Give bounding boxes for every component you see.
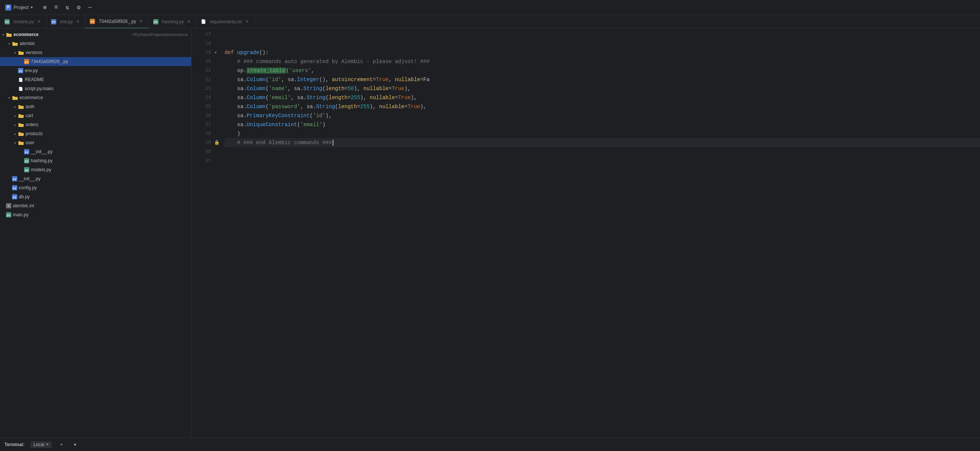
sidebar-label-versions: versions	[25, 50, 188, 55]
project-button[interactable]: P Project ▾	[3, 3, 35, 12]
sidebar-item-ecommerce-root[interactable]: ecommerce ~/PycharmProjects/ecommerce	[0, 30, 191, 39]
toolbar-list[interactable]: ≡	[51, 2, 61, 13]
toolbar-settings[interactable]: ⚙	[73, 2, 84, 13]
toolbar-minimize[interactable]: —	[84, 2, 95, 13]
tab-label-requirements: requirements.txt	[210, 19, 242, 24]
tab-close-models[interactable]: ✕	[37, 19, 42, 24]
sidebar-item-ecommerce-init[interactable]: py __init__.py	[0, 174, 191, 183]
ln-28: 28	[194, 129, 211, 138]
sidebar-item-products[interactable]: products	[0, 129, 191, 138]
leaf-spacer	[12, 68, 18, 73]
line-numbers: 17 18 19 20 21 22 23 24 25 26 27 28 29 3…	[191, 30, 214, 437]
method-uc: UniqueConstraint	[247, 122, 297, 127]
sidebar-item-orders[interactable]: orders	[0, 120, 191, 129]
plain-23g: ),	[404, 86, 411, 92]
sidebar-item-alembic[interactable]: alembic	[0, 39, 191, 48]
sidebar-item-alembic-ini[interactable]: ≡ alembic.ini	[0, 201, 191, 210]
ln-21: 21	[194, 66, 211, 75]
sidebar-item-auth[interactable]: auth	[0, 102, 191, 111]
sidebar-item-user[interactable]: user	[0, 138, 191, 147]
param-nullable-22: nullable	[395, 76, 420, 83]
tab-env[interactable]: py env.py ✕	[46, 15, 85, 29]
sidebar-item-mako[interactable]: 📄 script.py.mako	[0, 84, 191, 93]
project-icon: P	[5, 5, 11, 11]
ln-31: 31	[194, 156, 211, 165]
plain-21b: ,	[311, 68, 314, 73]
leaf-spacer	[0, 203, 6, 209]
plain-22f: =Fa	[420, 76, 430, 83]
plain-23d: =	[344, 86, 347, 92]
ln-27: 27	[194, 120, 211, 129]
cursor	[332, 140, 333, 146]
file-icon-user-init: py	[24, 149, 29, 155]
sidebar-item-ecommerce-pkg[interactable]: ecommerce	[0, 93, 191, 102]
code-lines[interactable]: def upgrade(): # ### commands auto gener…	[221, 30, 980, 437]
kw-true-24: True	[398, 95, 411, 100]
tab-requirements[interactable]: 📄 requirements.txt ✕	[196, 15, 255, 29]
plain-25g: ),	[420, 104, 426, 110]
sidebar-item-migration-file[interactable]: py 73442a50f926_.py	[0, 57, 191, 66]
folder-icon-orders	[18, 122, 24, 127]
ln-20: 20	[194, 57, 211, 66]
method-string-25: String	[316, 104, 335, 110]
plain-23b: , sa.	[288, 86, 303, 92]
sidebar-item-cart[interactable]: cart	[0, 111, 191, 120]
file-icon-main: py	[6, 212, 11, 217]
ln-18: 18	[194, 39, 211, 48]
plain-25c: (	[335, 104, 338, 110]
plain-sa: sa.	[224, 76, 247, 83]
folder-icon-alembic	[12, 41, 18, 46]
tab-close-env[interactable]: ✕	[75, 19, 80, 24]
param-nullable-23: nullable	[363, 86, 389, 92]
param-length-25: length	[338, 104, 357, 110]
plain-27b: )	[322, 122, 325, 127]
code-area: 17 18 19 20 21 22 23 24 25 26 27 28 29 3…	[191, 29, 980, 437]
leaf-spacer	[12, 76, 18, 83]
sidebar-item-env[interactable]: py env.py	[0, 66, 191, 75]
bottom-bar: Terminal: Local ✕ + ▾	[0, 437, 980, 451]
sidebar-item-user-hashing[interactable]: py hashing.py	[0, 156, 191, 165]
file-icon-user-models: py	[24, 167, 29, 172]
tree-arrow-orders	[12, 122, 18, 127]
file-icon-user-hashing: py	[24, 158, 29, 163]
file-icon-env: py	[18, 68, 23, 73]
terminal-local-label: Local	[33, 442, 44, 447]
terminal-close-icon[interactable]: ✕	[46, 442, 49, 446]
toolbar-circle-plus[interactable]: ⊕	[40, 2, 50, 13]
sidebar-item-user-models[interactable]: py models.py	[0, 165, 191, 174]
tab-label-models: models.py	[14, 19, 34, 24]
terminal-add-button[interactable]: +	[58, 441, 65, 448]
tab-close-requirements[interactable]: ✕	[245, 19, 250, 24]
sidebar-item-readme[interactable]: 📄 README	[0, 75, 191, 84]
sidebar-item-config[interactable]: py config.py	[0, 183, 191, 192]
folder-icon-versions	[18, 49, 24, 56]
sidebar-item-main[interactable]: py main.py	[0, 210, 191, 219]
terminal-chevron[interactable]: ▾	[72, 441, 79, 448]
tab-icon-hashing: py	[153, 19, 159, 24]
toolbar-arrows[interactable]: ⇅	[62, 2, 72, 13]
tab-migration[interactable]: py 73442a50f926_.py ✕	[85, 15, 148, 29]
tab-icon-migration: py	[90, 19, 95, 24]
file-icon-ecommerce-init: py	[12, 176, 17, 182]
plain-23c: (	[323, 86, 326, 92]
leaf-spacer	[18, 158, 24, 164]
tab-hashing[interactable]: py hashing.py ✕	[149, 15, 196, 29]
tree-arrow-products	[12, 131, 18, 137]
code-editor[interactable]: 17 18 19 20 21 22 23 24 25 26 27 28 29 3…	[191, 29, 980, 437]
sidebar-label-user-init: __init__.py	[31, 149, 188, 155]
code-line-24: sa.Column('email', sa.String(length=255)…	[224, 93, 980, 102]
sidebar-item-user-init[interactable]: py __init__.py	[0, 147, 191, 156]
tab-models[interactable]: py models.py ✕	[0, 15, 46, 29]
folder-icon-auth	[18, 104, 24, 110]
sidebar-item-db[interactable]: py db.py	[0, 192, 191, 201]
sidebar-item-versions[interactable]: versions	[0, 48, 191, 57]
tab-close-hashing[interactable]: ✕	[186, 19, 191, 24]
method-pkc: PrimaryKeyConstraint	[247, 113, 310, 119]
tab-close-migration[interactable]: ✕	[138, 19, 144, 24]
sidebar-label-products: products	[25, 131, 188, 136]
leaf-spacer	[0, 212, 6, 218]
param-length-24: length	[329, 95, 347, 100]
leaf-spacer	[6, 194, 12, 200]
terminal-local-tab[interactable]: Local ✕	[30, 441, 52, 448]
code-line-22: sa.Column('id', sa.Integer(), autoincrem…	[224, 75, 980, 84]
